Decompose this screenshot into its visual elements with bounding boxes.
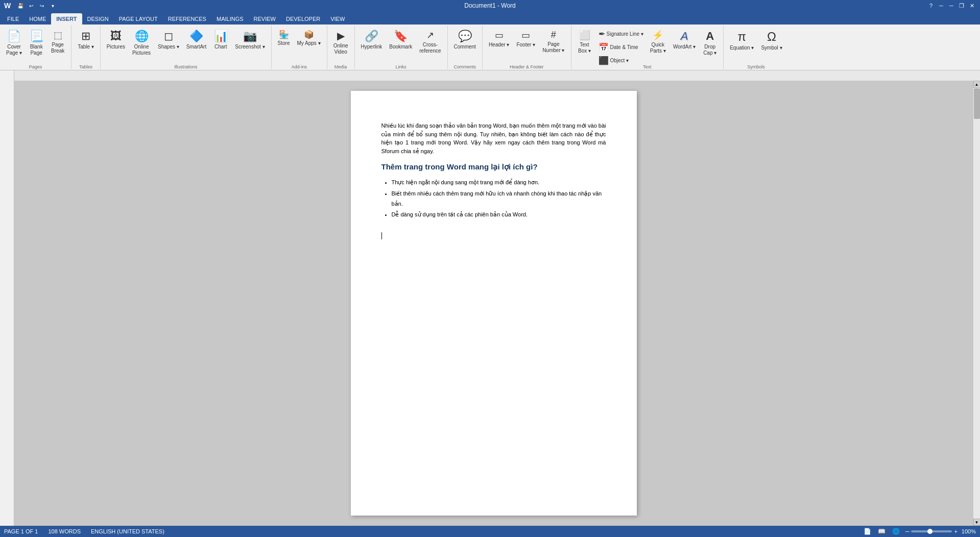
signature-line-button[interactable]: ✒ Signature Line ▾: [596, 28, 646, 40]
bookmark-button[interactable]: 🔖 Bookmark: [386, 28, 415, 62]
smartart-icon: 🔷: [189, 30, 203, 43]
chart-label: Chart: [214, 44, 227, 50]
close-button[interactable]: ✕: [968, 2, 976, 10]
ribbon-group-symbols: π Equation ▾ Ω Symbol ▾ Symbols: [724, 26, 788, 69]
hyperlink-button[interactable]: 🔗 Hyperlink: [358, 28, 386, 62]
footer-label: Footer ▾: [516, 42, 535, 48]
blank-page-button[interactable]: 📃 BlankPage: [26, 28, 46, 62]
wordart-icon: A: [681, 30, 688, 43]
view-web-btn[interactable]: 🌐: [891, 527, 901, 535]
document-heading[interactable]: Thêm trang trong Word mang lại lợi ích g…: [381, 162, 606, 172]
ribbon-group-links: 🔗 Hyperlink 🔖 Bookmark ↗ Cross-reference…: [355, 26, 448, 69]
hyperlink-icon: 🔗: [365, 30, 378, 43]
addins-buttons: 🏪 Store 📦 My Apps ▾: [275, 27, 324, 63]
store-button[interactable]: 🏪 Store: [275, 28, 293, 62]
text-box-button[interactable]: ⬜ TextBox ▾: [575, 28, 595, 62]
quick-parts-button[interactable]: ⚡ QuickParts ▾: [647, 28, 669, 62]
drop-cap-button[interactable]: A DropCap ▾: [700, 28, 720, 62]
store-icon: 🏪: [279, 30, 289, 39]
text-buttons: ⬜ TextBox ▾ ✒ Signature Line ▾ 📅 Date & …: [575, 27, 721, 63]
tables-buttons: ⊞ Table ▾: [75, 27, 97, 63]
view-print-btn[interactable]: 📄: [863, 527, 873, 535]
screenshot-label: Screenshot ▾: [235, 44, 265, 50]
equation-button[interactable]: π Equation ▾: [727, 28, 757, 62]
comment-button[interactable]: 💬 Comment: [451, 28, 479, 62]
pictures-label: Pictures: [107, 44, 125, 50]
cover-page-button[interactable]: 📄 CoverPage ▾: [3, 28, 25, 62]
tab-design[interactable]: DESIGN: [82, 13, 114, 25]
more-quick-btn[interactable]: ▾: [48, 1, 57, 10]
screenshot-button[interactable]: 📷 Screenshot ▾: [232, 28, 268, 62]
page-number-label: PageNumber ▾: [542, 41, 564, 54]
online-video-icon: ▶: [337, 30, 345, 42]
page-break-label: PageBreak: [51, 42, 64, 54]
document-area[interactable]: Nhiều lúc khi đang soạn thảo văn bản tro…: [14, 81, 973, 526]
illustrations-buttons: 🖼 Pictures 🌐 OnlinePictures ◻ Shapes ▾ 🔷…: [104, 27, 268, 63]
my-apps-button[interactable]: 📦 My Apps ▾: [294, 28, 324, 62]
document-body-text[interactable]: Nhiều lúc khi đang soạn thảo văn bản tro…: [381, 121, 606, 155]
help-button[interactable]: ?: [927, 2, 935, 10]
chart-button[interactable]: 📊 Chart: [210, 28, 231, 62]
links-buttons: 🔗 Hyperlink 🔖 Bookmark ↗ Cross-reference: [358, 27, 444, 63]
cursor-area[interactable]: [381, 227, 606, 241]
zoom-slider-thumb[interactable]: [927, 529, 933, 534]
document-page[interactable]: Nhiều lúc khi đang soạn thảo văn bản tro…: [351, 91, 637, 516]
header-button[interactable]: ▭ Header ▾: [486, 28, 513, 62]
zoom-slider[interactable]: [911, 530, 952, 532]
zoom-plus-btn[interactable]: +: [954, 528, 957, 534]
word-count: 108 WORDS: [48, 528, 81, 534]
tab-insert[interactable]: INSERT: [51, 13, 82, 25]
symbol-button[interactable]: Ω Symbol ▾: [758, 28, 785, 62]
scroll-thumb[interactable]: [974, 88, 980, 119]
scroll-down-button[interactable]: ▼: [973, 519, 981, 526]
footer-button[interactable]: ▭ Footer ▾: [513, 28, 538, 62]
text-small-buttons: ✒ Signature Line ▾ 📅 Date & Time ⬛ Objec…: [596, 28, 646, 62]
ribbon-group-addins: 🏪 Store 📦 My Apps ▾ Add-ins: [272, 26, 327, 69]
shapes-button[interactable]: ◻ Shapes ▾: [155, 28, 182, 62]
restore-button[interactable]: ❐: [958, 2, 966, 10]
scroll-track[interactable]: [974, 88, 980, 519]
object-button[interactable]: ⬛ Object ▾: [596, 54, 646, 67]
online-video-button[interactable]: ▶ OnlineVideo: [330, 28, 351, 62]
list-item: Biết thêm nhiều cách thêm trang mới hữu …: [392, 189, 606, 209]
table-button[interactable]: ⊞ Table ▾: [75, 28, 97, 62]
tab-review[interactable]: REVIEW: [249, 13, 281, 25]
wordart-button[interactable]: A WordArt ▾: [670, 28, 699, 62]
ruler-area: [0, 70, 980, 81]
tab-references[interactable]: REFERENCES: [163, 13, 211, 25]
online-pictures-button[interactable]: 🌐 OnlinePictures: [129, 28, 154, 62]
equation-label: Equation ▾: [730, 45, 754, 51]
table-label: Table ▾: [78, 44, 94, 50]
save-quick-btn[interactable]: 💾: [16, 1, 25, 10]
pictures-button[interactable]: 🖼 Pictures: [104, 28, 128, 62]
tab-page-layout[interactable]: PAGE LAYOUT: [114, 13, 163, 25]
quick-parts-icon: ⚡: [652, 30, 663, 41]
scroll-up-button[interactable]: ▲: [973, 81, 981, 88]
view-reading-btn[interactable]: 📖: [877, 527, 887, 535]
zoom-minus-btn[interactable]: ─: [905, 528, 910, 534]
undo-quick-btn[interactable]: ↩: [27, 1, 36, 10]
page-number-button[interactable]: # PageNumber ▾: [539, 28, 567, 62]
minimize-button[interactable]: ─: [947, 2, 955, 10]
tab-mailings[interactable]: MAILINGS: [211, 13, 249, 25]
page-break-button[interactable]: ⬚ PageBreak: [47, 28, 68, 62]
quick-access-toolbar: 💾 ↩ ↪ ▾: [16, 1, 57, 10]
vertical-scrollbar[interactable]: ▲ ▼: [973, 81, 980, 526]
status-bar-right: 📄 📖 🌐 ─ + 100%: [863, 527, 976, 535]
tab-home[interactable]: HOME: [24, 13, 51, 25]
smartart-button[interactable]: 🔷 SmartArt: [183, 28, 209, 62]
window-title: Document1 - Word: [464, 2, 515, 9]
tab-developer[interactable]: DEVELOPER: [281, 13, 325, 25]
wordart-label: WordArt ▾: [673, 44, 696, 50]
cross-reference-button[interactable]: ↗ Cross-reference: [416, 28, 444, 62]
date-time-button[interactable]: 📅 Date & Time: [596, 41, 646, 54]
page-number-icon: #: [551, 30, 556, 40]
redo-quick-btn[interactable]: ↪: [37, 1, 46, 10]
page-break-icon: ⬚: [54, 30, 62, 41]
media-buttons: ▶ OnlineVideo: [330, 27, 351, 63]
text-group-label: Text: [643, 63, 652, 69]
shapes-icon: ◻: [164, 30, 173, 43]
tab-view[interactable]: VIEW: [325, 13, 350, 25]
tab-file[interactable]: FILE: [2, 13, 24, 25]
ribbon-toggle[interactable]: ─: [937, 2, 945, 10]
